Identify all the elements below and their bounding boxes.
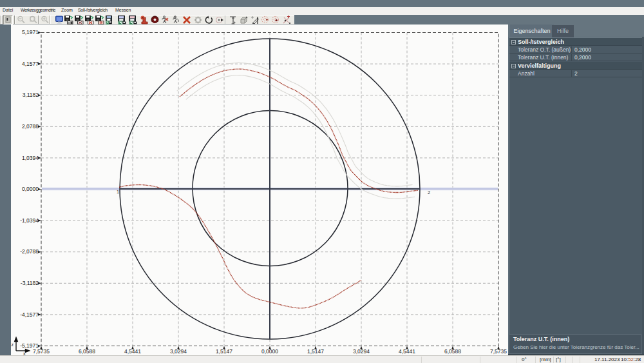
svg-text:2: 2 bbox=[428, 190, 430, 195]
svg-text:-3,1182: -3,1182 bbox=[21, 280, 39, 286]
svg-text:1,0394: 1,0394 bbox=[22, 155, 39, 161]
svg-text:-4,1577: -4,1577 bbox=[20, 311, 39, 318]
svg-text:-1,0394: -1,0394 bbox=[20, 217, 39, 224]
svg-text:4,1577: 4,1577 bbox=[22, 61, 39, 67]
svg-text:-2,0788: -2,0788 bbox=[20, 248, 39, 255]
svg-text:3,1182: 3,1182 bbox=[23, 92, 39, 98]
svg-text:1: 1 bbox=[117, 189, 119, 195]
svg-text:0,0000: 0,0000 bbox=[22, 186, 39, 192]
svg-text:2,0788: 2,0788 bbox=[22, 123, 39, 130]
svg-text:5,1971: 5,1971 bbox=[22, 29, 39, 35]
svg-text:z: z bbox=[12, 342, 14, 347]
